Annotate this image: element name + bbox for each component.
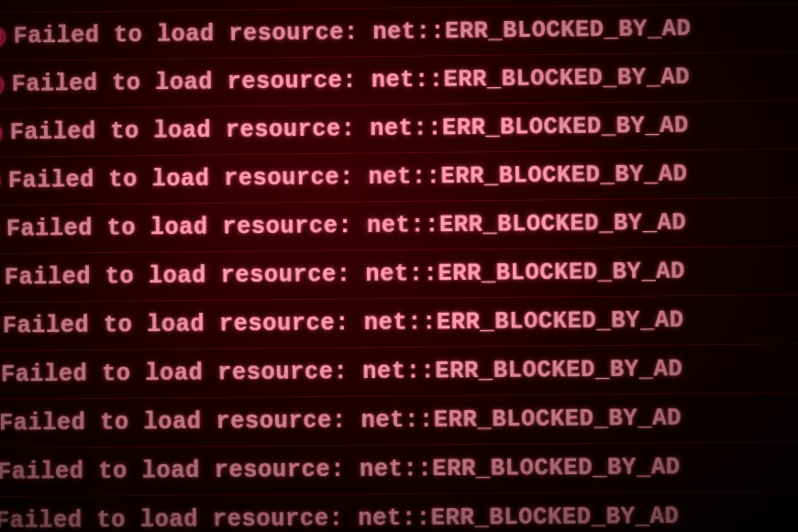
console-row: ✕ Failed to load resource: net::ERR_BLOC…: [0, 99, 798, 157]
error-message: Failed to load resource: net::ERR_BLOCKE…: [0, 454, 681, 486]
error-message: Failed to load resource: net::ERR_BLOCKE…: [0, 405, 682, 438]
console-row: ✕ Failed to load resource: net::ERR_BLOC…: [0, 294, 798, 350]
error-message: Failed to load resource: net::ERR_BLOCKE…: [5, 258, 685, 291]
error-message: Failed to load resource: net::ERR_BLOCKE…: [0, 503, 680, 532]
error-icon-slot: ✕: [0, 27, 14, 48]
error-message: Failed to load resource: net::ERR_BLOCKE…: [8, 161, 688, 194]
console-error-list: ✕ Failed to load resource: net::ERR_BLOC…: [0, 0, 798, 532]
console-row: ✕ Failed to load resource: net::ERR_BLOC…: [0, 148, 798, 205]
error-message: Failed to load resource: net::ERR_BLOCKE…: [6, 209, 687, 243]
console-row: ✕ Failed to load resource: net::ERR_BLOC…: [0, 245, 798, 302]
console-row: ✕ Failed to load resource: net::ERR_BLOC…: [0, 342, 798, 399]
error-icon-slot: ✕: [0, 74, 12, 95]
console-row: ✕ Failed to load resource: net::ERR_BLOC…: [0, 441, 798, 497]
console-row: ✕ Failed to load resource: net::ERR_BLOC…: [0, 392, 798, 448]
error-icon: ✕: [0, 27, 6, 47]
error-message: Failed to load resource: net::ERR_BLOCKE…: [12, 63, 691, 98]
error-message: Failed to load resource: net::ERR_BLOCKE…: [10, 112, 689, 146]
error-message: Failed to load resource: net::ERR_BLOCKE…: [1, 356, 683, 389]
error-icon-slot: ✕: [0, 123, 10, 144]
error-icon: ✕: [0, 171, 1, 191]
error-icon: ✕: [0, 74, 5, 94]
error-message: Failed to load resource: net::ERR_BLOCKE…: [14, 16, 692, 50]
console-row: ✕ Failed to load resource: net::ERR_BLOC…: [0, 490, 798, 532]
x-icon: ✕: [0, 31, 1, 43]
error-icon: ✕: [0, 123, 3, 143]
error-message: Failed to load resource: net::ERR_BLOCKE…: [3, 306, 684, 339]
error-icon-slot: ✕: [0, 219, 6, 240]
console-row: ✕ Failed to load resource: net::ERR_BLOC…: [0, 196, 798, 254]
console-row: ✕ Failed to load resource: net::ERR_BLOC…: [0, 50, 798, 109]
error-icon-slot: ✕: [0, 171, 8, 192]
